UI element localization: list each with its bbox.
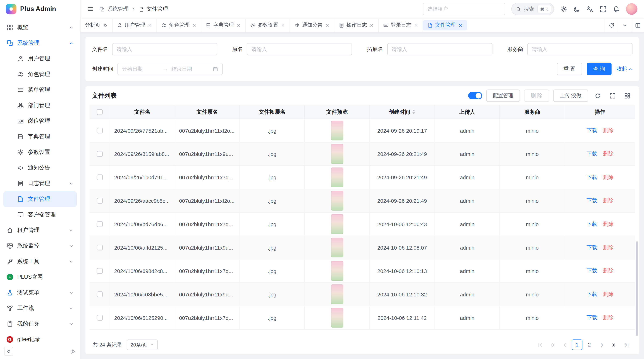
- refresh-icon[interactable]: [592, 90, 603, 101]
- pin-icon[interactable]: [71, 349, 76, 354]
- first-page-button[interactable]: [535, 340, 546, 350]
- sidebar-item-client-management[interactable]: 客户端管理: [3, 207, 77, 222]
- page-size-select[interactable]: 20条/页: [127, 340, 158, 350]
- sidebar-item-menu-management[interactable]: 菜单管理: [3, 82, 77, 98]
- delete-link[interactable]: 删除: [603, 291, 614, 298]
- row-checkbox[interactable]: [97, 151, 102, 157]
- vertical-scrollbar[interactable]: [636, 241, 638, 336]
- tenant-select[interactable]: [423, 3, 505, 15]
- preview-image[interactable]: [331, 191, 343, 211]
- sidebar-item-file-management[interactable]: 文件管理: [3, 191, 77, 207]
- fullscreen-icon[interactable]: [607, 90, 618, 101]
- next-page-button[interactable]: [596, 340, 607, 350]
- breadcrumb-item-file[interactable]: 文件管理: [139, 5, 168, 13]
- sidebar-item-system-management[interactable]: 系统管理: [3, 35, 77, 51]
- sidebar-item-system-monitor[interactable]: 系统监控: [3, 238, 77, 254]
- download-link[interactable]: 下载: [586, 291, 597, 298]
- language-icon[interactable]: [586, 5, 594, 12]
- close-icon[interactable]: [325, 23, 329, 27]
- row-checkbox[interactable]: [97, 221, 102, 227]
- preview-image[interactable]: [331, 285, 343, 304]
- row-checkbox[interactable]: [97, 268, 102, 274]
- collapse-filter-link[interactable]: 收起: [616, 65, 632, 73]
- sidebar-item-user-management[interactable]: 用户管理: [3, 51, 77, 66]
- notification-bell-icon[interactable]: [613, 5, 620, 12]
- jump-back-button[interactable]: [547, 340, 558, 350]
- provider-input[interactable]: [532, 46, 628, 52]
- extension-input[interactable]: [392, 46, 488, 52]
- sidebar-item-tenant-management[interactable]: 租户管理: [3, 222, 77, 238]
- reset-button[interactable]: 重 置: [557, 63, 582, 75]
- download-link[interactable]: 下载: [586, 220, 597, 228]
- preview-image[interactable]: [331, 214, 343, 234]
- preview-image[interactable]: [331, 238, 343, 257]
- preview-image[interactable]: [331, 261, 343, 281]
- close-icon[interactable]: [414, 23, 418, 27]
- close-icon[interactable]: [281, 23, 285, 27]
- tab-operation-log[interactable]: 操作日志: [334, 18, 378, 32]
- close-icon[interactable]: [192, 23, 196, 27]
- tab-param-settings[interactable]: 参数设置: [246, 18, 290, 32]
- sidebar-item-my-tasks[interactable]: 我的任务: [3, 316, 77, 332]
- download-link[interactable]: 下载: [586, 150, 597, 157]
- tab-login-log[interactable]: 登录日志: [378, 18, 423, 32]
- row-checkbox[interactable]: [97, 198, 102, 204]
- sort-icons[interactable]: [412, 109, 416, 115]
- sidebar-item-post-management[interactable]: 岗位管理: [3, 113, 77, 129]
- delete-link[interactable]: 删除: [603, 220, 614, 228]
- sidebar-item-department-management[interactable]: 部门管理: [3, 98, 77, 113]
- download-link[interactable]: 下载: [586, 267, 597, 275]
- column-settings-icon[interactable]: [622, 90, 632, 101]
- download-link[interactable]: 下载: [586, 244, 597, 251]
- preview-image[interactable]: [331, 121, 343, 140]
- fullscreen-icon[interactable]: [600, 5, 606, 12]
- stripe-toggle[interactable]: [468, 92, 482, 99]
- chevron-down-icon[interactable]: [618, 18, 631, 32]
- delete-link[interactable]: 删除: [603, 197, 614, 204]
- sort-desc-icon[interactable]: [412, 112, 416, 115]
- row-checkbox[interactable]: [97, 315, 102, 321]
- row-checkbox[interactable]: [97, 128, 102, 133]
- delete-link[interactable]: 删除: [603, 127, 614, 134]
- sidebar-item-log-management[interactable]: 日志管理: [3, 176, 77, 191]
- delete-link[interactable]: 删除: [603, 244, 614, 251]
- menu-toggle-icon[interactable]: [87, 6, 94, 12]
- sidebar-item-test-menu[interactable]: 测试菜单: [3, 285, 77, 300]
- col-create-time[interactable]: 创建时间: [370, 105, 435, 119]
- page-1-button[interactable]: 1: [572, 340, 582, 350]
- jump-forward-button[interactable]: [609, 340, 620, 350]
- select-all-checkbox[interactable]: [97, 109, 102, 115]
- sidebar-item-workflow[interactable]: 工作流: [3, 301, 77, 316]
- sort-asc-icon[interactable]: [412, 109, 416, 112]
- layout-panel-icon[interactable]: [631, 18, 644, 32]
- global-search[interactable]: 搜索 ⌘ K: [511, 3, 554, 15]
- refresh-icon[interactable]: [605, 18, 618, 32]
- delete-link[interactable]: 删除: [603, 267, 614, 275]
- tab-role-management[interactable]: 角色管理: [157, 18, 201, 32]
- tab-analysis[interactable]: 分析页: [80, 18, 112, 32]
- tab-dict-management[interactable]: 字典管理: [201, 18, 246, 32]
- download-link[interactable]: 下载: [586, 174, 597, 181]
- sidebar-item-role-management[interactable]: 角色管理: [3, 66, 77, 82]
- tab-user-management[interactable]: 用户管理: [112, 18, 157, 32]
- upload-button[interactable]: 上传 没做: [553, 90, 588, 102]
- breadcrumb-item-system[interactable]: 系统管理: [100, 5, 128, 13]
- row-checkbox[interactable]: [97, 174, 102, 180]
- delete-link[interactable]: 删除: [603, 150, 614, 157]
- download-link[interactable]: 下载: [586, 127, 597, 134]
- sidebar-item-overview[interactable]: 概览: [3, 20, 77, 35]
- search-button[interactable]: 查 询: [587, 63, 612, 75]
- delete-link[interactable]: 删除: [603, 174, 614, 181]
- sidebar-collapse-button[interactable]: [4, 347, 13, 356]
- settings-gear-icon[interactable]: [560, 5, 567, 12]
- tab-notice[interactable]: 通知公告: [290, 18, 334, 32]
- tenant-select-input[interactable]: [427, 6, 500, 12]
- sidebar-item-param-settings[interactable]: 参数设置: [3, 144, 77, 160]
- delete-button[interactable]: 删 除: [524, 90, 549, 102]
- filename-input[interactable]: [117, 46, 213, 52]
- close-icon[interactable]: [236, 23, 240, 27]
- download-link[interactable]: 下载: [586, 197, 597, 204]
- avatar[interactable]: [626, 3, 638, 15]
- prev-page-button[interactable]: [560, 340, 570, 350]
- pin-icon[interactable]: [103, 23, 107, 27]
